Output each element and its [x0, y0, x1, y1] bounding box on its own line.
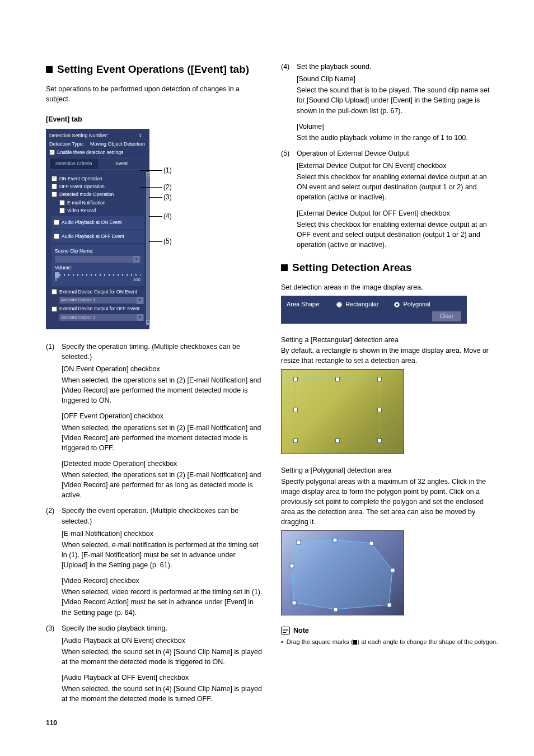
act2-dropdown[interactable]: Activate Output 1	[59, 314, 144, 321]
n1c-h: [Detected mode Operation] checkbox	[62, 459, 263, 469]
n3a-h: [Audio Playback at ON Event] checkbox	[62, 636, 263, 646]
n5b-h: [External Device Output for OFF Event] c…	[297, 208, 498, 218]
handle-icon	[293, 438, 298, 443]
callout-line-1	[140, 170, 162, 171]
dt-value: Moving Object Detection	[90, 141, 145, 147]
n5a-t: Select this checkbox for enabling extern…	[297, 172, 498, 202]
n1c-t: When selected, the operations set in (2)…	[62, 470, 263, 500]
svg-rect-8	[290, 564, 294, 568]
handle-icon	[377, 438, 382, 443]
n4a-h: [Sound Clip Name]	[297, 74, 498, 84]
radio-rectangular[interactable]	[336, 302, 342, 307]
ap-on-row: Audio Playback at ON Event	[51, 216, 144, 228]
sound-dropdown[interactable]	[55, 256, 140, 263]
selection-rect	[295, 379, 380, 441]
svg-rect-5	[387, 603, 391, 607]
note-text: Drag the square marks () at each angle t…	[287, 638, 498, 647]
vol-label: Volume:	[55, 264, 140, 271]
cb-ap-on[interactable]	[54, 220, 59, 225]
enable-label: Enable these detection settings	[57, 149, 123, 156]
svg-rect-6	[334, 608, 338, 612]
panel-scrollbar[interactable]	[146, 172, 150, 325]
section-heading-event: Setting Event Operations ([Event] tab)	[46, 62, 263, 77]
radio-polygonal[interactable]	[394, 302, 400, 307]
poly-h: Setting a [Polygonal] detection area	[281, 465, 498, 475]
poly-t: Specify polygonal areas with a maximum o…	[281, 477, 498, 528]
intro2-text: Set detection areas in the image display…	[281, 282, 498, 292]
heading2-text: Setting Detection Areas	[292, 260, 412, 276]
n1b-t: When selected, the operations set in (2)…	[62, 423, 263, 453]
cb-on-event[interactable]	[51, 176, 57, 181]
act1-text: Activate Output 1	[61, 297, 95, 302]
volume-slider[interactable]	[55, 274, 140, 276]
n2-text: Specify the event operation. (Multiple c…	[62, 506, 263, 526]
cb-video[interactable]	[59, 208, 65, 213]
edoff-label: External Device Output for OFF Event	[59, 305, 139, 312]
n4b-h: [Volume]	[297, 122, 498, 132]
note1b: ) at each angle to change the shape of t…	[357, 638, 498, 645]
handle-icon	[293, 377, 298, 381]
act1-dropdown[interactable]: Activate Output 1	[59, 297, 144, 304]
dt-label: Detection Type:	[49, 141, 84, 147]
callout-line-5	[149, 241, 162, 242]
cb-off-event[interactable]	[51, 184, 57, 189]
callout-3: (3)	[163, 193, 172, 202]
note-block: Note • Drag the square marks () at each …	[281, 626, 498, 647]
n3: (3)	[46, 623, 58, 633]
enable-checkbox[interactable]	[49, 150, 55, 155]
act2-text: Activate Output 1	[61, 315, 95, 320]
n1-text: Specify the operation timing. (Multiple …	[62, 342, 263, 362]
ap-off-row: Audio Playback at OFF Event	[51, 230, 144, 242]
tab-event[interactable]: Event	[98, 158, 146, 169]
n2: (2)	[46, 506, 58, 526]
svg-rect-3	[369, 542, 373, 545]
poly-area-image	[281, 530, 404, 615]
ap-off-label: Audio Playback at OFF Event	[62, 233, 124, 240]
svg-rect-2	[333, 538, 337, 542]
callout-1: (1)	[163, 166, 172, 175]
note1a: Drag the square marks (	[287, 638, 353, 645]
n2a-t: When selected, e-mail notification is pe…	[62, 540, 263, 570]
n2b-h: [Video Record] checkbox	[62, 576, 263, 586]
svg-marker-0	[292, 540, 392, 609]
cb1-label: ON Event Operation	[59, 175, 102, 182]
section-heading-areas: Setting Detection Areas	[281, 260, 498, 276]
handle-icon	[377, 377, 382, 381]
n1a-h: [ON Event Operation] checkbox	[62, 364, 263, 374]
n5a-h: [External Device Output for ON Event] ch…	[297, 161, 498, 171]
polygon-overlay	[282, 531, 405, 616]
edon-label: External Device Output for ON Event	[59, 288, 137, 295]
n3b-t: When selected, the sound set in (4) [Sou…	[62, 684, 263, 704]
tab-criteria[interactable]: Detection Criteria	[50, 158, 98, 169]
handle-icon	[377, 408, 382, 412]
n2a-h: [E-mail Notification] checkbox	[62, 529, 263, 539]
n5-text: Operation of External Device Output	[297, 148, 498, 158]
handle-icon	[335, 377, 340, 381]
cb-ed-off[interactable]	[51, 306, 57, 312]
clear-button[interactable]: Clear	[432, 311, 461, 322]
n5: (5)	[281, 148, 293, 158]
slider-max: 100	[133, 277, 140, 283]
rect-area-image	[281, 369, 404, 454]
cb-ap-off[interactable]	[54, 234, 59, 239]
square-bullet-icon	[281, 264, 288, 271]
n2b-t: When selected, video record is performed…	[62, 587, 263, 617]
event-panel: Detection Setting Number: 1 Detection Ty…	[46, 129, 149, 329]
dsn-label: Detection Setting Number:	[49, 133, 109, 138]
n3a-t: When selected, the sound set in (4) [Sou…	[62, 647, 263, 667]
n4b-t: Set the audio playback volume in the ran…	[297, 133, 498, 143]
sound-box: Sound Clip Name: Volume: 0100	[51, 245, 144, 286]
cb-ed-on[interactable]	[51, 289, 57, 295]
cb-detected[interactable]	[51, 192, 57, 197]
n4a-t: Select the sound that is to be played. T…	[297, 85, 498, 115]
svg-rect-7	[292, 601, 296, 605]
event-tab-label: [Event] tab	[46, 114, 263, 124]
rect-h: Setting a [Rectangular] detection area	[281, 335, 498, 345]
bullet-dot: •	[281, 638, 283, 647]
cb-email[interactable]	[59, 200, 65, 206]
cb3-label: Detected mode Operation	[59, 191, 114, 198]
n5b-t: Select this checkbox for enabling extern…	[297, 220, 498, 250]
radio-rect-label: Rectangular	[345, 300, 378, 309]
page-number: 110	[46, 719, 57, 727]
note-icon	[281, 627, 290, 634]
